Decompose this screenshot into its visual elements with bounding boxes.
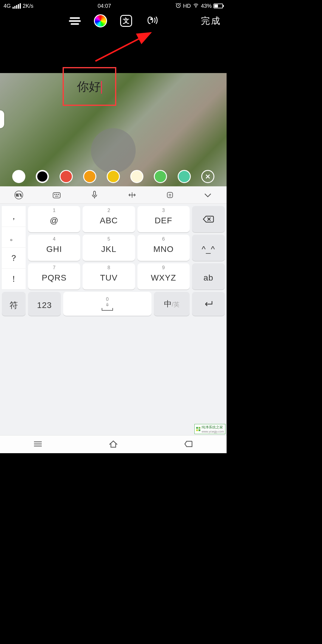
network-speed: 2K/s <box>23 3 33 9</box>
key-MNO[interactable]: 6MNO <box>137 235 190 261</box>
battery-percent: 43% <box>201 3 212 9</box>
text-cursor <box>101 81 102 94</box>
color-wheel-icon <box>94 14 107 27</box>
nav-home-button[interactable] <box>108 440 118 449</box>
key-DEF[interactable]: 3DEF <box>137 206 190 232</box>
system-nav-bar <box>0 435 227 453</box>
speak-icon <box>145 14 158 28</box>
edge-handle[interactable] <box>0 110 4 128</box>
align-center-icon <box>69 17 81 25</box>
ime-brand-button[interactable]: 讯飞 <box>13 189 25 201</box>
color-swatch[interactable] <box>178 170 191 183</box>
watermark-icon <box>196 427 201 431</box>
battery-icon <box>213 4 223 8</box>
voice-input-button[interactable] <box>88 189 101 201</box>
punct-key-。[interactable]: 。 <box>2 227 26 248</box>
key-TUV[interactable]: 8TUV <box>83 263 135 290</box>
text-style-icon: 文 <box>120 15 132 27</box>
svg-point-2 <box>151 19 152 20</box>
annotation-arrow <box>92 28 155 64</box>
space-icon <box>101 307 113 311</box>
mic-icon <box>105 303 109 307</box>
network-type: 4G <box>4 3 11 9</box>
key-WXYZ[interactable]: 9WXYZ <box>137 263 190 290</box>
backspace-key[interactable] <box>192 206 225 232</box>
color-swatch[interactable] <box>36 170 49 183</box>
wifi-icon <box>193 3 199 10</box>
close-icon <box>205 174 211 179</box>
close-swatches-button[interactable] <box>201 170 214 183</box>
color-swatch[interactable] <box>130 170 143 183</box>
key-PQRS[interactable]: 7PQRS <box>28 263 80 290</box>
color-swatch[interactable] <box>107 170 120 183</box>
svg-point-11 <box>58 194 59 195</box>
clipboard-button[interactable] <box>164 189 176 201</box>
annotation-highlight-box: 你好 <box>63 67 116 106</box>
color-swatch[interactable] <box>154 170 167 183</box>
color-preview-circle <box>91 128 136 173</box>
numbers-key[interactable]: 123 <box>28 292 61 316</box>
key-GHI[interactable]: 4GHI <box>28 235 80 261</box>
svg-point-9 <box>55 194 55 195</box>
punct-key-？[interactable]: ？ <box>2 248 26 269</box>
symbols-key[interactable]: 符 <box>2 292 26 316</box>
space-key[interactable]: 0 <box>63 292 151 316</box>
svg-rect-8 <box>53 193 60 198</box>
language-toggle-key[interactable]: 中/英 <box>154 292 190 316</box>
svg-rect-24 <box>196 427 198 429</box>
text-style-button[interactable]: 文 <box>119 14 133 28</box>
cursor-move-button[interactable] <box>126 189 138 201</box>
svg-line-3 <box>95 33 151 61</box>
collapse-keyboard-button[interactable] <box>202 189 214 201</box>
signal-icon <box>13 3 21 9</box>
color-swatch[interactable] <box>12 170 25 183</box>
key-@[interactable]: 1@ <box>28 206 80 232</box>
svg-rect-20 <box>107 303 108 305</box>
text-to-speech-button[interactable] <box>145 14 159 28</box>
color-picker-button[interactable] <box>94 14 107 28</box>
nav-back-button[interactable] <box>184 440 194 449</box>
svg-point-10 <box>56 194 57 195</box>
text-align-button[interactable] <box>68 14 82 28</box>
svg-rect-15 <box>167 192 173 198</box>
svg-rect-27 <box>199 429 200 431</box>
soft-keyboard: 讯飞 ，。？！1@2ABC3DEF4GHI5JKL6MNO^_^7PQRS8TU… <box>0 186 227 453</box>
backspace-icon <box>202 215 214 223</box>
emoji-key[interactable]: ^_^ <box>192 235 225 261</box>
alpha-mode-key[interactable]: ab <box>192 263 225 290</box>
status-time: 04:07 <box>97 3 111 9</box>
keyboard-keys: ，。？！1@2ABC3DEF4GHI5JKL6MNO^_^7PQRS8TUV9W… <box>0 204 227 290</box>
keyboard-toolbar: 讯飞 <box>0 186 227 204</box>
color-swatch[interactable] <box>83 170 96 183</box>
svg-rect-25 <box>199 427 200 429</box>
nav-recent-button[interactable] <box>33 440 43 449</box>
hd-indicator: HD <box>183 3 191 9</box>
text-input-value[interactable]: 你好 <box>77 78 102 95</box>
keyboard-layout-button[interactable] <box>50 189 63 201</box>
svg-point-1 <box>196 7 196 7</box>
status-bar: 4G 2K/s 04:07 HD 43% <box>0 0 227 12</box>
color-swatch-row <box>0 167 227 186</box>
text-edit-toolbar: 文 完成 <box>0 12 227 30</box>
svg-rect-13 <box>93 191 95 196</box>
keyboard-bottom-row: 符 123 0 中/英 <box>0 290 227 318</box>
svg-text:讯飞: 讯飞 <box>16 193 22 197</box>
punct-key-，[interactable]: ， <box>2 206 26 227</box>
svg-rect-26 <box>196 429 198 431</box>
enter-icon <box>203 300 214 308</box>
done-button[interactable]: 完成 <box>201 15 221 27</box>
watermark: 纯净系统之家 www.ycwgjy.com <box>194 424 225 434</box>
alarm-icon <box>175 2 181 10</box>
key-JKL[interactable]: 5JKL <box>83 235 135 261</box>
key-ABC[interactable]: 2ABC <box>83 206 135 232</box>
punct-key-！[interactable]: ！ <box>2 269 26 290</box>
enter-key[interactable] <box>192 292 225 316</box>
color-swatch[interactable] <box>60 170 73 183</box>
